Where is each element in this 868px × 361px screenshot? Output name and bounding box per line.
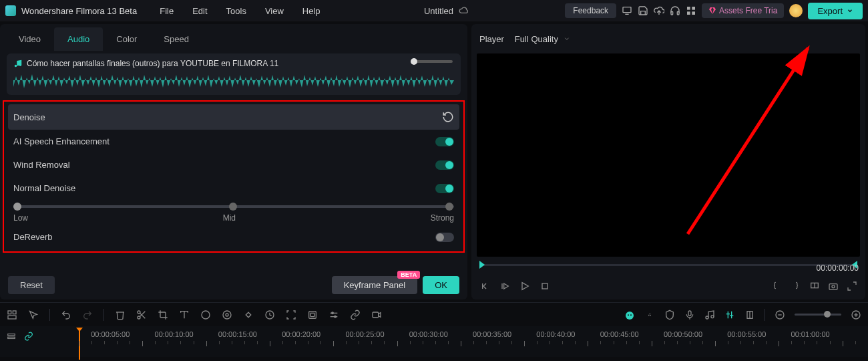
denoise-strength-slider[interactable]	[13, 205, 454, 208]
wind-removal-toggle[interactable]	[435, 160, 454, 170]
menu-view[interactable]: View	[257, 3, 292, 19]
link-icon[interactable]	[350, 310, 361, 320]
reset-denoise-icon[interactable]	[442, 111, 454, 123]
svg-marker-38	[379, 312, 381, 317]
marker-icon[interactable]	[744, 310, 755, 320]
svg-point-39	[626, 312, 634, 320]
stop-icon[interactable]	[539, 281, 550, 291]
save-icon[interactable]	[638, 5, 648, 16]
speed-circle-icon[interactable]	[200, 310, 211, 320]
snapshot-icon[interactable]	[828, 281, 839, 291]
reset-button[interactable]: Reset	[8, 276, 55, 294]
track-link-icon[interactable]	[24, 332, 35, 342]
time-label: 00:01:00:00	[791, 330, 830, 338]
delete-icon[interactable]	[115, 310, 126, 320]
color-wheel-icon[interactable]	[222, 310, 232, 320]
display-settings-icon[interactable]	[809, 281, 820, 291]
export-label: Export	[817, 6, 843, 16]
tab-color[interactable]: Color	[103, 27, 150, 51]
headphones-icon[interactable]	[670, 5, 680, 16]
music-note-icon	[13, 59, 23, 68]
timeline-ruler[interactable]: 00:00:05:0000:00:10:0000:00:15:0000:00:2…	[0, 326, 868, 357]
undo-icon[interactable]	[61, 310, 71, 320]
brace-open-icon[interactable]	[772, 281, 783, 291]
cut-icon[interactable]	[136, 310, 147, 320]
menu-file[interactable]: File	[152, 3, 182, 19]
mask-icon[interactable]	[307, 310, 318, 320]
speed-ramp-icon[interactable]	[264, 310, 275, 320]
cloud-sync-icon[interactable]	[459, 5, 469, 16]
ruler-track[interactable]: 00:00:05:0000:00:10:0000:00:15:0000:00:2…	[47, 329, 868, 356]
svg-rect-20	[8, 316, 16, 319]
normal-denoise-toggle[interactable]	[435, 184, 454, 193]
text-tool-icon[interactable]	[179, 310, 190, 320]
svg-point-21	[138, 311, 140, 314]
zoom-in-icon[interactable]	[851, 310, 861, 320]
adjust-icon[interactable]	[329, 310, 339, 320]
dereverb-toggle[interactable]	[435, 233, 454, 242]
menubar-right: Feedback Assets Free Tria Export	[565, 3, 863, 19]
player-time: 00:00:00:00	[817, 263, 859, 273]
denoise-header-row[interactable]: Denoise	[8, 104, 459, 130]
assets-trial-button[interactable]: Assets Free Tria	[702, 3, 784, 18]
cloud-up-icon[interactable]	[654, 5, 664, 16]
clip-gain-slider[interactable]	[413, 60, 453, 63]
grid-icon[interactable]	[686, 5, 696, 16]
keyframe-icon[interactable]	[243, 310, 254, 320]
play-icon[interactable]	[519, 281, 530, 291]
player-quality-select[interactable]: Full Quality	[515, 34, 570, 44]
tab-speed[interactable]: Speed	[150, 27, 202, 51]
zoom-slider[interactable]	[795, 314, 841, 316]
focus-icon[interactable]	[286, 310, 296, 320]
keyframe-panel-button[interactable]: Keyframe Panel	[332, 276, 418, 294]
layout-icon[interactable]	[7, 310, 17, 320]
prev-frame-icon[interactable]	[479, 281, 490, 291]
mixer-icon[interactable]	[724, 310, 735, 320]
user-avatar[interactable]	[789, 4, 803, 17]
sparkle-icon[interactable]	[644, 310, 655, 320]
svg-point-28	[226, 314, 228, 316]
scrub-in-marker-icon[interactable]	[479, 261, 485, 269]
player-viewport[interactable]	[477, 53, 860, 257]
menu-help[interactable]: Help	[294, 3, 329, 19]
record-icon[interactable]	[371, 310, 382, 320]
crop-icon[interactable]	[158, 310, 168, 320]
ok-button[interactable]: OK	[423, 276, 459, 294]
ai-speech-toggle[interactable]	[435, 137, 454, 146]
svg-rect-7	[692, 11, 695, 15]
ai-chat-icon[interactable]	[624, 310, 635, 320]
svg-rect-3	[677, 11, 679, 15]
normal-denoise-row: Normal Denoise	[8, 176, 459, 200]
menubar: Wondershare Filmora 13 Beta File Edit To…	[0, 0, 868, 21]
time-label: 00:00:55:00	[727, 330, 766, 338]
pointer-tool-icon[interactable]	[28, 310, 39, 320]
track-header-icon[interactable]	[7, 332, 17, 342]
zoom-out-icon[interactable]	[775, 310, 785, 320]
chevron-down-icon	[847, 7, 853, 14]
tab-row: Video Audio Color Speed	[0, 24, 467, 53]
brace-close-icon[interactable]	[791, 281, 801, 291]
player-quality-label: Full Quality	[515, 34, 558, 44]
feedback-button[interactable]: Feedback	[565, 3, 616, 18]
ai-speech-row: AI Speech Enhancement	[8, 130, 459, 153]
normal-denoise-label: Normal Denoise	[13, 183, 75, 193]
shield-icon[interactable]	[664, 310, 675, 320]
svg-rect-12	[542, 283, 548, 289]
svg-point-22	[138, 316, 140, 319]
time-label: 00:00:15:00	[218, 330, 257, 338]
menu-tools[interactable]: Tools	[218, 3, 254, 19]
music-icon[interactable]	[704, 310, 715, 320]
player-scrub-bar[interactable]	[477, 259, 860, 270]
time-label: 00:00:40:00	[536, 330, 575, 338]
tab-video[interactable]: Video	[5, 27, 54, 51]
play-forward-icon[interactable]	[499, 281, 510, 291]
expand-icon[interactable]	[847, 281, 857, 291]
svg-rect-31	[309, 311, 316, 318]
export-button[interactable]: Export	[808, 3, 863, 19]
mic-icon[interactable]	[684, 310, 695, 320]
monitor-icon[interactable]	[622, 5, 632, 16]
redo-icon[interactable]	[82, 310, 93, 320]
tab-audio[interactable]: Audio	[54, 27, 103, 51]
menu-edit[interactable]: Edit	[184, 3, 215, 19]
svg-rect-58	[8, 337, 15, 338]
